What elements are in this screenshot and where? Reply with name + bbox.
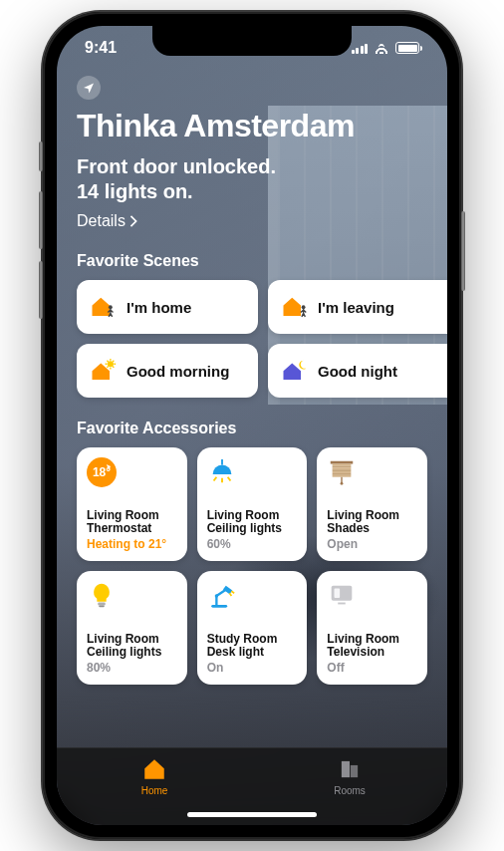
svg-point-24 [341, 482, 344, 485]
svg-rect-15 [331, 461, 354, 464]
scene-good-night[interactable]: Good night [268, 344, 447, 398]
rooms-icon [337, 756, 363, 782]
accessory-status: Heating to 21° [87, 537, 177, 551]
scene-label: I'm home [126, 299, 191, 316]
svg-rect-16 [333, 464, 352, 466]
svg-rect-25 [98, 603, 106, 606]
accessory-name: Desk light [207, 646, 298, 659]
svg-rect-18 [333, 467, 352, 469]
svg-rect-29 [335, 589, 341, 598]
accessory-television[interactable]: Living Room Television Off [317, 571, 427, 685]
thermostat-readout: 18° [87, 457, 117, 487]
house-person-leave-icon [280, 295, 308, 319]
svg-rect-32 [351, 765, 358, 777]
accessory-room: Living Room [87, 509, 177, 522]
status-icons [352, 42, 420, 54]
accessory-ceiling-lights-1[interactable]: Living Room Ceiling lights 60% [197, 447, 308, 561]
scene-label: I'm leaving [318, 299, 394, 316]
volume-down-button [39, 261, 43, 319]
house-person-arrive-icon [89, 295, 117, 319]
svg-point-1 [302, 305, 306, 309]
accessory-status: Open [327, 537, 417, 551]
accessory-room: Living Room [207, 509, 298, 522]
accessory-name: Television [327, 646, 417, 659]
scene-im-home[interactable]: I'm home [77, 280, 258, 334]
svg-point-0 [109, 305, 113, 309]
ceiling-light-icon [207, 457, 298, 491]
svg-line-8 [113, 366, 114, 367]
svg-rect-21 [333, 473, 352, 475]
svg-rect-26 [99, 605, 105, 607]
accessory-name: Thermostat [87, 522, 177, 535]
location-icon[interactable] [77, 76, 101, 100]
details-link[interactable]: Details [77, 212, 137, 230]
status-line-2: 14 lights on. [77, 180, 193, 202]
volume-up-button [39, 191, 43, 249]
home-icon [141, 756, 167, 782]
tab-label: Home [141, 785, 168, 796]
scene-im-leaving[interactable]: I'm leaving [268, 280, 447, 334]
accessory-status: 60% [207, 537, 298, 551]
accessory-thermostat[interactable]: 18° Living Room Thermostat Heating to 21… [77, 447, 187, 561]
television-icon [327, 581, 417, 615]
accessory-name: Ceiling lights [207, 522, 298, 535]
scene-label: Good morning [126, 363, 229, 380]
power-button [461, 211, 465, 291]
accessories-grid: 18° Living Room Thermostat Heating to 21… [77, 447, 427, 685]
svg-line-14 [227, 477, 230, 481]
svg-rect-19 [333, 469, 352, 471]
accessory-room: Living Room [87, 633, 177, 646]
accessories-header: Favorite Accessories [77, 420, 427, 437]
svg-point-2 [108, 361, 114, 367]
accessory-status: 80% [87, 661, 177, 675]
home-indicator[interactable] [187, 812, 317, 817]
accessory-desk-light[interactable]: Study Room Desk light On [197, 571, 308, 685]
accessory-status: Off [327, 661, 417, 675]
svg-rect-20 [333, 471, 352, 473]
accessory-room: Living Room [327, 509, 417, 522]
main-content: Thinka Amsterdam Front door unlocked. 14… [57, 70, 447, 761]
thermostat-icon: 18° [87, 457, 177, 491]
svg-line-10 [107, 366, 108, 367]
details-label: Details [77, 212, 126, 230]
svg-rect-31 [342, 761, 350, 777]
accessory-status: On [207, 661, 298, 675]
tab-label: Rooms [334, 785, 366, 796]
shades-icon [327, 457, 417, 491]
status-time: 9:41 [85, 39, 117, 57]
scenes-header: Favorite Scenes [77, 252, 427, 270]
accessory-ceiling-lights-2[interactable]: Living Room Ceiling lights 80% [77, 571, 187, 685]
accessory-room: Study Room [207, 633, 298, 646]
svg-line-9 [113, 361, 114, 362]
screen: 9:41 Thinka Amsterdam Front door unlocke… [57, 26, 447, 825]
svg-rect-17 [333, 465, 352, 467]
svg-line-7 [107, 361, 108, 362]
accessory-name: Ceiling lights [87, 646, 177, 659]
cellular-icon [352, 42, 369, 54]
wifi-icon [374, 42, 389, 54]
desk-lamp-icon [207, 581, 298, 615]
accessory-name: Shades [327, 522, 417, 535]
svg-point-27 [214, 594, 217, 597]
accessory-shades[interactable]: Living Room Shades Open [317, 447, 427, 561]
home-status: Front door unlocked. 14 lights on. [77, 154, 427, 204]
accessory-room: Living Room [327, 633, 417, 646]
house-moon-icon [280, 359, 308, 383]
house-sun-icon [89, 359, 117, 383]
notch [152, 26, 352, 56]
scenes-grid: I'm home I'm leaving [77, 280, 447, 398]
battery-icon [395, 42, 419, 54]
home-name: Thinka Amsterdam [77, 108, 427, 144]
svg-rect-30 [339, 603, 347, 605]
svg-line-13 [213, 477, 216, 481]
phone-frame: 9:41 Thinka Amsterdam Front door unlocke… [43, 12, 461, 839]
chevron-right-icon [129, 215, 137, 227]
scene-label: Good night [318, 363, 397, 380]
ringer-switch [39, 142, 43, 171]
svg-rect-22 [333, 475, 352, 477]
status-line-1: Front door unlocked. [77, 155, 276, 177]
scene-good-morning[interactable]: Good morning [77, 344, 258, 398]
bulb-icon [87, 581, 177, 615]
